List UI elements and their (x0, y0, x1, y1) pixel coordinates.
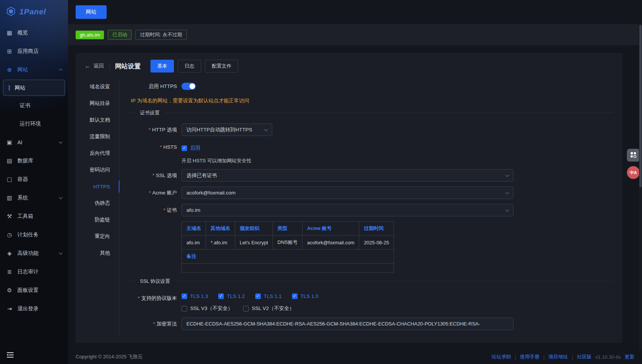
sidebar-subitem-certificate[interactable]: 证书 (0, 97, 68, 115)
sidebar: 1Panel ▦ 概览 ⊞ 应用商店 ⊕ 网站 网站 证书 (0, 0, 68, 364)
col-other-domains: 其他域名 (206, 222, 235, 236)
copyright-text: Copyright © 2014-2025 飞致云 (76, 353, 143, 360)
tab-log[interactable]: 日志 (178, 60, 201, 72)
card-body: 域名设置 网站目录 默认文档 流量限制 反向代理 密码访问 HTTPS 伪静态 … (85, 79, 613, 336)
sidebar-item-panel-settings[interactable]: ⚙ 面板设置 (0, 281, 68, 299)
acme-account-select[interactable]: acofork@foxmail.com (181, 187, 513, 199)
cell-type: DNS账号 (273, 236, 302, 250)
update-button[interactable]: 更新 (625, 353, 634, 360)
footer-link-project[interactable]: 项目地址 (548, 353, 568, 360)
https-form: 启用 HTTPS IP 为域名的网站，需要设置为默认站点才能正常访问 证书设置 … (119, 79, 613, 336)
language-toggle-button[interactable]: 中A (627, 166, 640, 179)
chevron-down-icon (264, 127, 268, 131)
sidebar-item-system[interactable]: ▥ 系统 (0, 188, 68, 207)
sidebar-item-overview[interactable]: ▦ 概览 (0, 23, 68, 42)
tls10-checkbox[interactable]: ✓ (292, 293, 298, 299)
tab-basic[interactable]: 基本 (150, 60, 174, 72)
sidebar-item-toolbox[interactable]: ⚒ 工具箱 (0, 207, 68, 225)
tls13-checkbox-item[interactable]: ✓ TLS 1.3 (181, 293, 208, 299)
subnav-item-reverse-proxy[interactable]: 反向代理 (90, 145, 110, 162)
tls12-checkbox[interactable]: ✓ (218, 293, 224, 299)
sidebar-subitem-label: 证书 (20, 102, 30, 109)
acme-account-label: Acme 账户 (129, 187, 181, 199)
subnav-item-redirect[interactable]: 重定向 (95, 228, 110, 245)
subnav-item-rate-limit[interactable]: 流量限制 (90, 128, 110, 145)
footer-link-edition[interactable]: 社区版 (577, 353, 592, 360)
sidebar-item-label: 面板设置 (17, 287, 39, 294)
subnav-item-other[interactable]: 其他 (100, 245, 110, 261)
scrollbar-thumb[interactable] (639, 25, 642, 187)
logout-icon: ⇥ (6, 305, 13, 312)
ai-icon: ▣ (6, 139, 13, 146)
sidebar-item-label: AI (17, 139, 22, 145)
chevron-up-icon (59, 68, 63, 72)
tab-label: 网站 (86, 9, 96, 15)
divider: | (515, 354, 516, 360)
sslv2-checkbox-item[interactable]: SSL V2（不安全） (243, 305, 295, 312)
subnav-item-anti-leech[interactable]: 防盗链 (95, 211, 110, 228)
sidebar-subitem-website[interactable]: 网站 (3, 80, 65, 96)
sidebar-item-database[interactable]: ▤ 数据库 (0, 151, 68, 170)
cipher-row: 加密算法 (129, 318, 613, 330)
sidebar-item-website[interactable]: ⊕ 网站 (0, 60, 68, 79)
cipher-input[interactable] (181, 318, 513, 330)
sidebar-subitem-runtime[interactable]: 运行环境 (0, 115, 68, 133)
https-toggle[interactable] (181, 83, 196, 90)
sidebar-subitem-label: 运行环境 (20, 120, 41, 127)
cert-settings-section: 证书设置 (129, 113, 613, 113)
sidebar-item-appstore[interactable]: ⊞ 应用商店 (0, 42, 68, 60)
hsts-checkbox-item[interactable]: ✓ 启用 (181, 145, 200, 151)
acme-account-row: Acme 账户 acofork@foxmail.com (129, 187, 613, 199)
quick-widget-button[interactable] (627, 149, 640, 162)
sidebar-item-advanced[interactable]: ◈ 高级功能 (0, 244, 68, 262)
tls10-checkbox-item[interactable]: ✓ TLS 1.0 (292, 293, 318, 299)
subnav-item-https[interactable]: HTTPS (93, 178, 110, 195)
note-header: 备注 (182, 250, 394, 264)
subnav-item-password-access[interactable]: 密码访问 (90, 162, 110, 178)
sidebar-item-log-audit[interactable]: ≣ 日志审计 (0, 262, 68, 281)
sslv2-checkbox[interactable] (243, 306, 249, 312)
sidebar-item-ai[interactable]: ▣ AI (0, 133, 68, 151)
tls11-checkbox[interactable]: ✓ (255, 293, 261, 299)
brand[interactable]: 1Panel (0, 0, 68, 23)
protocols-label: 支持的协议版本 (129, 292, 181, 313)
language-icon: 中A (630, 170, 637, 176)
selected-value: afo.im (186, 207, 200, 213)
tls12-checkbox-item[interactable]: ✓ TLS 1.2 (218, 293, 245, 299)
certificate-label: 证书 (129, 204, 181, 273)
subnav-item-site-dir[interactable]: 网站目录 (90, 95, 110, 112)
back-arrow-icon: ← (85, 63, 91, 69)
subnav-item-domain[interactable]: 域名设置 (90, 79, 110, 95)
certificate-select[interactable]: afo.im (181, 204, 513, 216)
tab-website-top[interactable]: 网站 (76, 5, 107, 19)
tab-config-file[interactable]: 配置文件 (205, 60, 238, 72)
tls13-checkbox[interactable]: ✓ (181, 293, 187, 299)
cell-other-domains: *.afo.im (206, 236, 235, 250)
ssl-option-select[interactable]: 选择已有证书 (181, 169, 513, 182)
dashboard-icon: ▦ (6, 29, 13, 36)
back-label: 返回 (93, 63, 104, 69)
footer-link-manual[interactable]: 使用手册 (520, 353, 540, 360)
sslv3-checkbox-item[interactable]: SSL V3（不安全） (181, 305, 233, 312)
page-scrollbar[interactable] (639, 24, 642, 350)
hsts-checkbox[interactable]: ✓ (181, 145, 187, 151)
sidebar-item-container[interactable]: ▢ 容器 (0, 170, 68, 188)
subnav-item-default-doc[interactable]: 默认文档 (90, 112, 110, 128)
http-option-select[interactable]: 访问HTTP自动跳转到HTTPS (181, 123, 272, 136)
floating-buttons: 中A (627, 149, 640, 179)
back-button[interactable]: ← 返回 (85, 63, 104, 69)
hsts-enable-label: 启用 (190, 145, 200, 151)
tls11-checkbox-item[interactable]: ✓ TLS 1.1 (255, 293, 282, 299)
subnav-item-rewrite[interactable]: 伪静态 (95, 195, 110, 211)
sidebar-item-cronjob[interactable]: ◷ 计划任务 (0, 225, 68, 244)
enable-https-label: 启用 HTTPS (129, 80, 181, 93)
content: ← 返回 网站设置 基本 日志 配置文件 域名设置 网站目录 (68, 45, 642, 350)
toggle-knob (189, 83, 195, 89)
sslv3-checkbox[interactable] (181, 306, 187, 312)
http-option-label: HTTP 选项 (129, 123, 181, 136)
footer-link-forum[interactable]: 论坛求助 (492, 353, 511, 360)
sidebar-item-logout[interactable]: ⇥ 退出登录 (0, 299, 68, 318)
container-icon: ▢ (6, 176, 13, 183)
sidebar-collapse-button[interactable] (0, 347, 68, 364)
advanced-icon: ◈ (6, 250, 13, 257)
